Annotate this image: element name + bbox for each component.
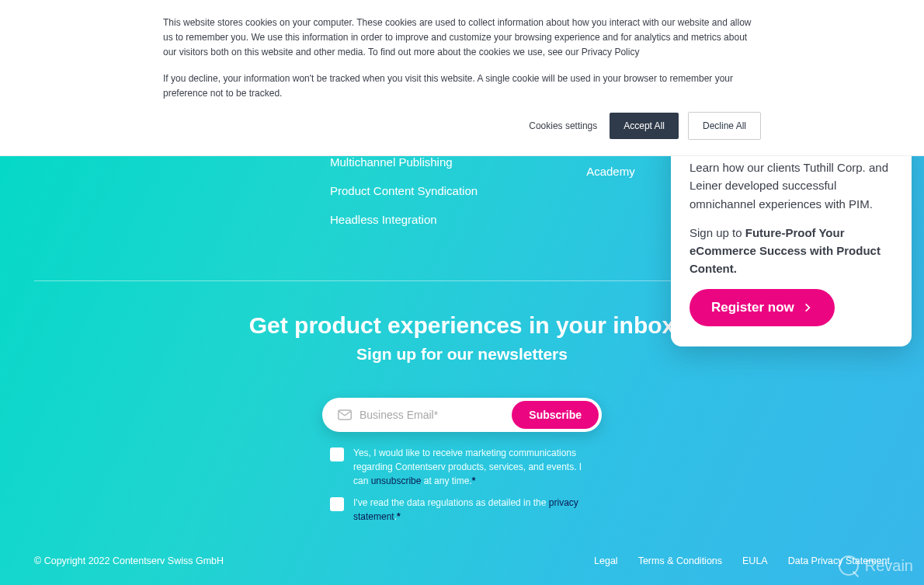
webinar-card-body-2: Sign up to Future-Proof Your eCommerce S… [690,224,893,278]
bottom-bar: © Copyright 2022 Contentserv Swiss GmbH … [34,555,890,566]
webinar-body-2a: Sign up to [690,226,745,239]
email-field[interactable] [352,401,512,429]
decline-all-button[interactable]: Decline All [688,112,761,140]
footer-col-2: Academy [586,155,635,242]
footer-col-1: Multichannel Publishing Product Content … [330,155,478,242]
unsubscribe-link[interactable]: unsubscribe [371,475,422,486]
watermark-text: Revain [865,557,913,575]
cookie-text-2: If you decline, your information won't b… [163,71,761,101]
consent-text-privacy: I've read the data regulations as detail… [353,496,594,524]
cookie-actions: Cookies settings Accept All Decline All [163,112,761,140]
register-now-label: Register now [711,300,794,315]
footer-link-headless[interactable]: Headless Integration [330,213,478,226]
cookie-consent-banner: This website stores cookies on your comp… [0,0,924,156]
register-now-button[interactable]: Register now [690,289,835,326]
consent-row-marketing: Yes, I would like to receive marketing c… [330,446,594,488]
email-input-row: Subscribe [322,398,602,432]
mail-icon [338,409,352,420]
newsletter-subtitle: Sign up for our newsletters [0,345,924,364]
consent-text-2a: I've read the data regulations as detail… [353,497,549,508]
webinar-card-body-1: Learn how our clients Tuthill Corp. and … [690,158,893,213]
webinar-card: Watch our webinar! Learn how our clients… [671,132,912,346]
consent-block: Yes, I would like to receive marketing c… [330,446,594,524]
checkbox-marketing[interactable] [330,447,344,461]
magnifier-icon [839,555,859,576]
footer-link-academy[interactable]: Academy [586,165,635,178]
required-asterisk-2: * [397,511,401,522]
legal-link-eula[interactable]: EULA [742,555,768,566]
footer-link-multichannel[interactable]: Multichannel Publishing [330,155,478,169]
accept-all-button[interactable]: Accept All [610,113,679,139]
checkbox-privacy[interactable] [330,497,344,511]
cookie-text-1: This website stores cookies on your comp… [163,16,761,61]
legal-link-terms[interactable]: Terms & Conditions [638,555,722,566]
subscribe-button[interactable]: Subscribe [512,401,599,429]
cookies-settings-link[interactable]: Cookies settings [526,113,600,139]
consent-text-1b: at any time. [421,475,471,486]
consent-row-privacy: I've read the data regulations as detail… [330,496,594,524]
legal-link-legal[interactable]: Legal [594,555,618,566]
consent-text-marketing: Yes, I would like to receive marketing c… [353,446,594,488]
required-asterisk-1: * [472,475,476,486]
copyright-text: © Copyright 2022 Contentserv Swiss GmbH [34,555,224,566]
footer-link-syndication[interactable]: Product Content Syndication [330,184,478,197]
revain-watermark: Revain [839,555,913,576]
chevron-right-icon [802,302,813,313]
